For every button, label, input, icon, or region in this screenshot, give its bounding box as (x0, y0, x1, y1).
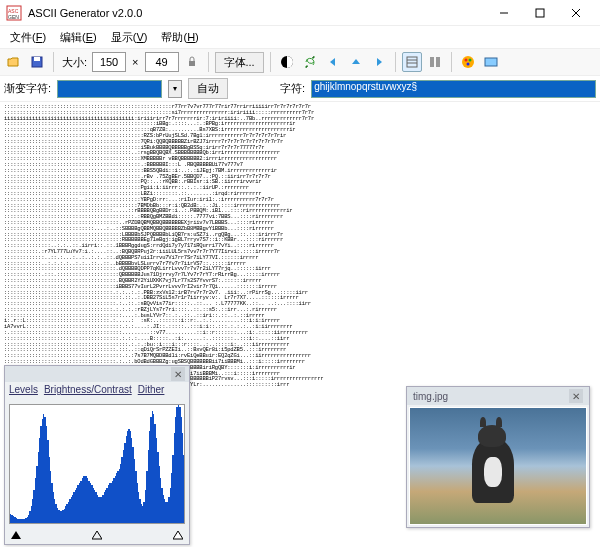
lock-aspect-icon[interactable] (182, 52, 202, 72)
separator (53, 52, 54, 72)
separator (270, 52, 271, 72)
svg-text:GEN: GEN (8, 14, 19, 20)
arrow-right-icon[interactable] (369, 52, 389, 72)
ascii-art-content: ::::::::::::::::::::::::::::::::::::::::… (4, 104, 596, 388)
font-button[interactable]: 字体... (215, 52, 264, 73)
image-preview-body (407, 405, 589, 527)
tab-levels[interactable]: Levels (9, 384, 38, 400)
histogram-tabs: Levels Brightness/Contrast Dither (5, 382, 189, 400)
svg-point-17 (464, 59, 467, 62)
slider-mid-point[interactable] (92, 531, 102, 541)
svg-rect-9 (189, 61, 195, 66)
tab-brightness-contrast[interactable]: Brightness/Contrast (44, 384, 132, 400)
svg-rect-11 (407, 57, 417, 67)
histogram-sliders (5, 528, 189, 544)
menu-help[interactable]: 帮助(H) (155, 28, 204, 47)
titlebar: ASCGEN ASCII Generator v2.0.0 (0, 0, 600, 26)
arrow-left-icon[interactable] (323, 52, 343, 72)
tab-dither[interactable]: Dither (138, 384, 165, 400)
window-controls (486, 0, 594, 26)
slider-black-point[interactable] (11, 531, 21, 541)
gradient-dropdown[interactable]: ▾ (168, 80, 182, 98)
chars-label: 字符: (280, 81, 305, 96)
black-white-icon[interactable] (277, 52, 297, 72)
svg-rect-14 (430, 57, 434, 67)
histogram-header[interactable]: ✕ (5, 366, 189, 382)
minimize-button[interactable] (486, 0, 522, 26)
histogram-close-icon[interactable]: ✕ (171, 367, 185, 381)
arrow-up-icon[interactable] (346, 52, 366, 72)
app-icon: ASCGEN (6, 5, 22, 21)
image-preview-header[interactable]: timg.jpg ✕ (407, 387, 589, 405)
svg-rect-4 (536, 9, 544, 17)
husky-image (409, 407, 587, 525)
histogram-bar (183, 455, 184, 523)
x-separator: × (129, 56, 141, 68)
svg-point-16 (462, 56, 474, 68)
size-label: 大小: (60, 55, 89, 70)
svg-rect-15 (436, 57, 440, 67)
menu-file[interactable]: 文件(F) (4, 28, 52, 47)
refresh-icon[interactable] (300, 52, 320, 72)
slider-white-point[interactable] (173, 531, 183, 541)
toolbar-row-2: 渐变字符: ▾ 自动 字符: ghijklmnopqrstuvwxyz§ (0, 76, 600, 102)
chars-input[interactable]: ghijklmnopqrstuvwxyz§ (311, 80, 596, 98)
svg-rect-20 (485, 58, 497, 66)
height-input[interactable] (145, 52, 179, 72)
menu-edit[interactable]: 编辑(E) (54, 28, 103, 47)
preview-icon[interactable] (481, 52, 501, 72)
svg-point-18 (468, 59, 471, 62)
window-title: ASCII Generator v2.0.0 (28, 7, 486, 19)
separator (208, 52, 209, 72)
svg-rect-8 (34, 57, 40, 61)
open-icon[interactable] (4, 52, 24, 72)
save-icon[interactable] (27, 52, 47, 72)
color-icon[interactable] (458, 52, 478, 72)
svg-point-19 (466, 63, 469, 66)
image-preview-panel[interactable]: timg.jpg ✕ (406, 386, 590, 528)
image-close-icon[interactable]: ✕ (569, 389, 583, 403)
image-filename: timg.jpg (413, 391, 448, 402)
separator (451, 52, 452, 72)
histogram-chart (9, 404, 185, 524)
close-button[interactable] (558, 0, 594, 26)
separator (395, 52, 396, 72)
toolbar: 大小: × 字体... (0, 48, 600, 76)
auto-button[interactable]: 自动 (188, 78, 228, 99)
menu-view[interactable]: 显示(V) (105, 28, 154, 47)
width-input[interactable] (92, 52, 126, 72)
histogram-panel[interactable]: ✕ Levels Brightness/Contrast Dither (4, 365, 190, 545)
view-mode-1-icon[interactable] (402, 52, 422, 72)
menubar: 文件(F) 编辑(E) 显示(V) 帮助(H) (0, 26, 600, 48)
gradient-chars-label: 渐变字符: (4, 81, 51, 96)
view-mode-2-icon[interactable] (425, 52, 445, 72)
gradient-chars-input[interactable] (57, 80, 162, 98)
maximize-button[interactable] (522, 0, 558, 26)
